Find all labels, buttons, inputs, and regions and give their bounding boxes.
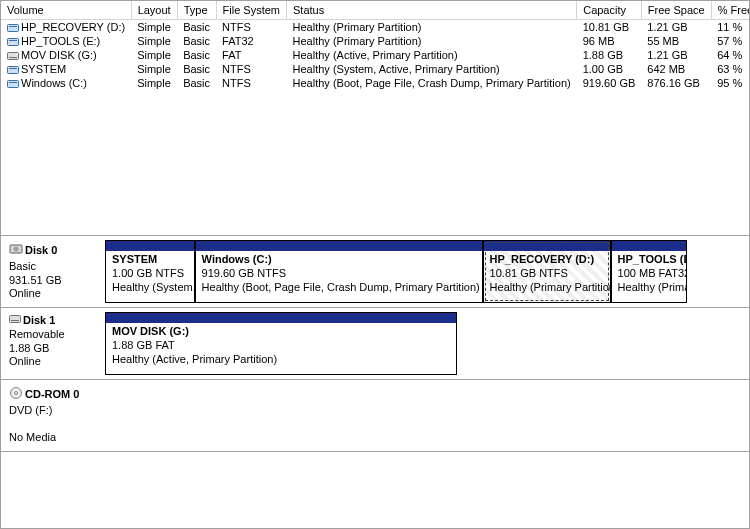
- volume-pct: 95 %: [711, 76, 749, 90]
- volume-pct: 11 %: [711, 19, 749, 34]
- table-row[interactable]: HP_TOOLS (E:)SimpleBasicFAT32Healthy (Pr…: [1, 34, 749, 48]
- svg-rect-4: [8, 52, 19, 59]
- volume-layout: Simple: [131, 48, 177, 62]
- svg-rect-8: [8, 80, 19, 87]
- volume-free: 1.21 GB: [641, 48, 711, 62]
- volume-capacity: 10.81 GB: [577, 19, 642, 34]
- partition-name: MOV DISK (G:): [112, 325, 189, 337]
- volume-status: Healthy (Boot, Page File, Crash Dump, Pr…: [287, 76, 577, 90]
- svg-rect-6: [8, 66, 19, 73]
- partition-block[interactable]: Windows (C:)919.60 GB NTFSHealthy (Boot,…: [195, 240, 483, 303]
- svg-rect-0: [8, 24, 19, 31]
- partition-status: Healthy (Primary Partition): [490, 281, 610, 293]
- partition-track: SYSTEM1.00 GB NTFSHealthy (System, Activ…: [105, 240, 745, 303]
- disk-line4: No Media: [9, 431, 101, 445]
- svg-rect-3: [9, 40, 17, 41]
- volume-type: Basic: [177, 34, 216, 48]
- svg-rect-5: [9, 57, 17, 58]
- volume-table: Volume Layout Type File System Status Ca…: [1, 1, 749, 90]
- partition-capacity: 1.00 GB NTFS: [112, 267, 184, 279]
- partition-status: Healthy (Boot, Page File, Crash Dump, Pr…: [202, 281, 480, 293]
- partition-block[interactable]: HP_RECOVERY (D:)10.81 GB NTFSHealthy (Pr…: [483, 240, 611, 303]
- volume-status: Healthy (Active, Primary Partition): [287, 48, 577, 62]
- volume-name: HP_TOOLS (E:): [21, 35, 100, 47]
- volume-pct: 57 %: [711, 34, 749, 48]
- svg-rect-1: [9, 26, 17, 27]
- col-status[interactable]: Status: [287, 1, 577, 19]
- rem-icon: [9, 314, 21, 328]
- volume-type: Basic: [177, 76, 216, 90]
- table-row[interactable]: HP_RECOVERY (D:)SimpleBasicNTFSHealthy (…: [1, 19, 749, 34]
- volume-pct: 64 %: [711, 48, 749, 62]
- col-fs[interactable]: File System: [216, 1, 286, 19]
- volume-name: MOV DISK (G:): [21, 49, 97, 61]
- svg-point-15: [15, 392, 18, 395]
- partition-capacity: 10.81 GB NTFS: [490, 267, 568, 279]
- table-header-row: Volume Layout Type File System Status Ca…: [1, 1, 749, 19]
- disk-line4: Online: [9, 287, 101, 301]
- partition-track: [105, 384, 745, 447]
- hdd-icon: [9, 242, 23, 260]
- volume-capacity: 96 MB: [577, 34, 642, 48]
- partition-name: HP_TOOLS (E:): [618, 253, 687, 265]
- volume-status: Healthy (Primary Partition): [287, 19, 577, 34]
- disk-graphic-pane: Disk 0Basic931.51 GBOnlineSYSTEM1.00 GB …: [1, 236, 749, 452]
- partition-block[interactable]: SYSTEM1.00 GB NTFSHealthy (System, Activ…: [105, 240, 195, 303]
- partition-color-bar: [196, 241, 482, 251]
- disk-label[interactable]: CD-ROM 0DVD (F:) No Media: [5, 384, 105, 447]
- col-volume[interactable]: Volume: [1, 1, 131, 19]
- volume-status: Healthy (System, Active, Primary Partiti…: [287, 62, 577, 76]
- svg-rect-12: [10, 316, 21, 323]
- volume-capacity: 1.88 GB: [577, 48, 642, 62]
- volume-layout: Simple: [131, 62, 177, 76]
- volume-fs: NTFS: [216, 62, 286, 76]
- col-free[interactable]: Free Space: [641, 1, 711, 19]
- svg-rect-2: [8, 38, 19, 45]
- table-row[interactable]: MOV DISK (G:)SimpleBasicFATHealthy (Acti…: [1, 48, 749, 62]
- disk-line2: Removable: [9, 328, 101, 342]
- partition-color-bar: [106, 241, 194, 251]
- disk-label[interactable]: Disk 0Basic931.51 GBOnline: [5, 240, 105, 303]
- disk-line4: Online: [9, 355, 101, 369]
- col-capacity[interactable]: Capacity: [577, 1, 642, 19]
- disk-label[interactable]: Disk 1Removable1.88 GBOnline: [5, 312, 105, 375]
- volume-status: Healthy (Primary Partition): [287, 34, 577, 48]
- disk-title: CD-ROM 0: [25, 388, 79, 400]
- partition-block[interactable]: MOV DISK (G:)1.88 GB FATHealthy (Active,…: [105, 312, 457, 375]
- disk-row: CD-ROM 0DVD (F:) No Media: [1, 380, 749, 452]
- svg-point-11: [14, 247, 19, 252]
- volume-icon: [7, 79, 19, 89]
- volume-fs: FAT32: [216, 34, 286, 48]
- volume-layout: Simple: [131, 19, 177, 34]
- partition-block[interactable]: HP_TOOLS (E:)100 MB FAT32Healthy (Primar…: [611, 240, 688, 303]
- volume-list-pane: Volume Layout Type File System Status Ca…: [1, 1, 749, 236]
- volume-fs: NTFS: [216, 19, 286, 34]
- volume-name: Windows (C:): [21, 77, 87, 89]
- volume-icon: [7, 51, 19, 61]
- volume-fs: FAT: [216, 48, 286, 62]
- volume-free: 55 MB: [641, 34, 711, 48]
- col-type[interactable]: Type: [177, 1, 216, 19]
- partition-capacity: 919.60 GB NTFS: [202, 267, 286, 279]
- volume-icon: [7, 23, 19, 33]
- volume-layout: Simple: [131, 34, 177, 48]
- volume-fs: NTFS: [216, 76, 286, 90]
- col-layout[interactable]: Layout: [131, 1, 177, 19]
- volume-icon: [7, 65, 19, 75]
- volume-capacity: 919.60 GB: [577, 76, 642, 90]
- volume-type: Basic: [177, 19, 216, 34]
- partition-capacity: 100 MB FAT32: [618, 267, 687, 279]
- svg-rect-7: [9, 68, 17, 69]
- volume-type: Basic: [177, 62, 216, 76]
- volume-type: Basic: [177, 48, 216, 62]
- volume-icon: [7, 37, 19, 47]
- volume-free: 876.16 GB: [641, 76, 711, 90]
- disk-title: Disk 0: [25, 244, 57, 256]
- disk-line2: DVD (F:): [9, 404, 101, 418]
- table-row[interactable]: SYSTEMSimpleBasicNTFSHealthy (System, Ac…: [1, 62, 749, 76]
- partition-status: Healthy (Active, Primary Partition): [112, 353, 277, 365]
- col-pct[interactable]: % Free: [711, 1, 749, 19]
- svg-rect-9: [9, 82, 17, 83]
- svg-rect-13: [11, 320, 19, 321]
- table-row[interactable]: Windows (C:)SimpleBasicNTFSHealthy (Boot…: [1, 76, 749, 90]
